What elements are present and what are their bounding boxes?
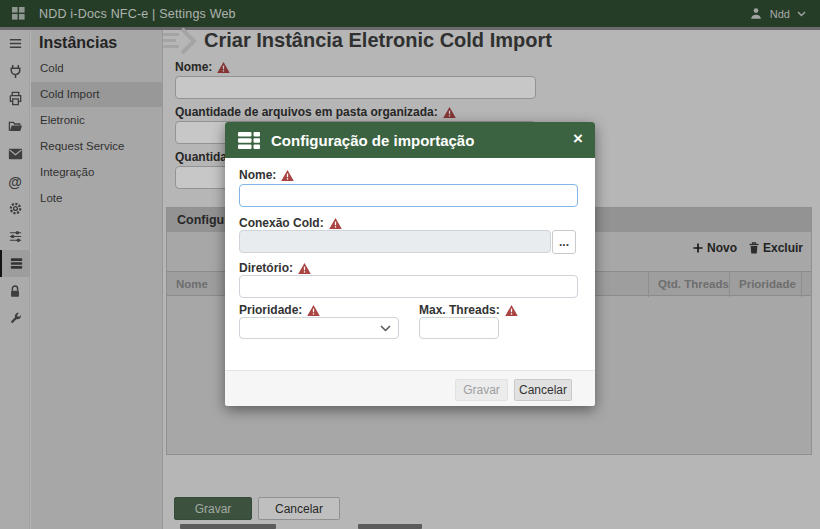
- prioridade-select[interactable]: [239, 317, 399, 339]
- instances-icon: [238, 132, 260, 149]
- required-warning-icon: [307, 305, 320, 316]
- dialog-header: Configuração de importação ×: [225, 122, 595, 158]
- required-warning-icon: [281, 170, 294, 181]
- dialog-footer: Gravar Cancelar: [225, 370, 595, 406]
- dialog-label-diretorio: Diretório:: [239, 261, 311, 275]
- dialog-label-conexao-cold: Conexão Cold:: [239, 216, 342, 230]
- required-warning-icon: [298, 263, 311, 274]
- required-warning-icon: [329, 218, 342, 229]
- dialog-nome-input[interactable]: [239, 184, 578, 207]
- browse-button[interactable]: ...: [552, 230, 576, 254]
- required-warning-icon: [505, 305, 518, 316]
- dialog-conexao-input[interactable]: [239, 230, 551, 253]
- close-icon[interactable]: ×: [573, 129, 583, 149]
- dialog-label-nome: Nome:: [239, 168, 294, 182]
- prioridade-select-wrap: [239, 317, 399, 339]
- dialog-cancelar-button[interactable]: Cancelar: [514, 379, 572, 401]
- dialog-gravar-button[interactable]: Gravar: [455, 379, 508, 401]
- dialog-title: Configuração de importação: [271, 132, 474, 149]
- import-config-dialog: Configuração de importação × Nome: Conex…: [225, 122, 595, 406]
- dialog-label-max-threads: Max. Threads:: [419, 303, 518, 317]
- app-window: NDD i-Docs NFC-e | Settings Web Ndd: [0, 0, 820, 529]
- dialog-diretorio-input[interactable]: [239, 275, 578, 298]
- dialog-max-threads-input[interactable]: [419, 317, 499, 339]
- dialog-label-prioridade: Prioridade:: [239, 303, 320, 317]
